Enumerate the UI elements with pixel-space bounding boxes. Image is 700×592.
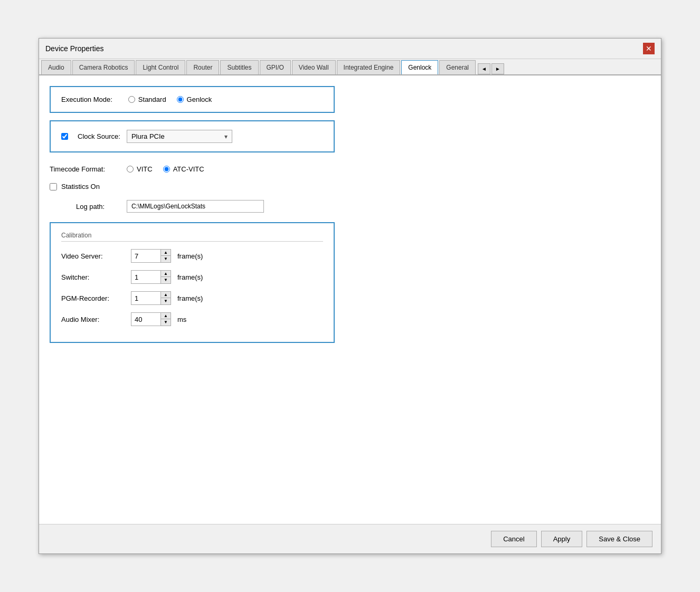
clock-source-value: Plura PCIe	[131, 132, 165, 140]
radio-atc-vitc-label: ATC-VITC	[173, 165, 204, 173]
video-server-spin-down[interactable]: ▼	[161, 256, 171, 262]
close-button[interactable]: ✕	[643, 43, 655, 54]
timecode-radio-group: VITC ATC-VITC	[127, 165, 204, 173]
device-properties-window: Device Properties ✕ Audio Camera Robotic…	[39, 38, 661, 554]
radio-vitc-label: VITC	[137, 165, 153, 173]
clock-source-checkbox[interactable]	[61, 133, 68, 140]
execution-mode-box: Execution Mode: Standard Genlock	[50, 86, 335, 113]
pgm-recorder-spin-buttons: ▲ ▼	[160, 292, 171, 304]
calibration-title: Calibration	[61, 232, 323, 242]
tab-general[interactable]: General	[439, 60, 476, 74]
switcher-spin-down[interactable]: ▼	[161, 277, 171, 283]
statistics-label: Statistics On	[61, 183, 100, 190]
log-path-label: Log path:	[76, 203, 118, 211]
pgm-recorder-label: PGM-Recorder:	[61, 294, 125, 302]
radio-standard[interactable]: Standard	[128, 96, 166, 103]
tab-genlock[interactable]: Genlock	[401, 60, 438, 75]
window-title: Device Properties	[45, 44, 104, 53]
video-server-spin-buttons: ▲ ▼	[160, 250, 171, 262]
radio-atc-vitc[interactable]: ATC-VITC	[163, 165, 204, 173]
tab-integrated-engine[interactable]: Integrated Engine	[337, 60, 401, 74]
radio-vitc[interactable]: VITC	[127, 165, 153, 173]
switcher-label: Switcher:	[61, 273, 125, 281]
log-path-row: Log path:	[76, 200, 650, 213]
calibration-audio-mixer-row: Audio Mixer: ▲ ▼ ms	[61, 312, 323, 326]
radio-standard-input[interactable]	[128, 96, 135, 103]
dropdown-arrow-icon: ▾	[224, 133, 228, 140]
audio-mixer-input[interactable]	[131, 314, 160, 325]
video-server-label: Video Server:	[61, 252, 125, 260]
switcher-input[interactable]	[131, 272, 160, 283]
timecode-format-row: Timecode Format: VITC ATC-VITC	[50, 165, 650, 173]
calibration-pgm-recorder-row: PGM-Recorder: ▲ ▼ frame(s)	[61, 291, 323, 305]
switcher-unit: frame(s)	[177, 273, 203, 281]
clock-source-dropdown[interactable]: Plura PCIe ▾	[127, 130, 232, 143]
tab-gpio[interactable]: GPI/O	[260, 60, 291, 74]
execution-mode-row: Execution Mode: Standard Genlock	[61, 96, 323, 103]
footer: Cancel Apply Save & Close	[39, 524, 661, 553]
apply-button[interactable]: Apply	[541, 531, 583, 547]
cancel-button[interactable]: Cancel	[491, 531, 536, 547]
execution-mode-label: Execution Mode:	[61, 96, 112, 103]
tab-video-wall[interactable]: Video Wall	[292, 60, 336, 74]
audio-mixer-unit: ms	[177, 316, 186, 323]
clock-source-row: Clock Source: Plura PCIe ▾	[61, 130, 323, 143]
clock-source-checkbox-label[interactable]: Clock Source:	[61, 132, 120, 140]
tab-audio[interactable]: Audio	[41, 60, 71, 74]
tab-bar: Audio Camera Robotics Light Control Rout…	[39, 59, 661, 75]
switcher-spin-up[interactable]: ▲	[161, 271, 171, 277]
tab-nav-left[interactable]: ◄	[478, 63, 490, 74]
radio-genlock[interactable]: Genlock	[177, 96, 212, 103]
statistics-checkbox[interactable]	[50, 183, 57, 190]
tab-router[interactable]: Router	[186, 60, 219, 74]
statistics-checkbox-label[interactable]: Statistics On	[50, 183, 650, 190]
tab-nav-right[interactable]: ►	[491, 63, 504, 74]
switcher-spin-buttons: ▲ ▼	[160, 271, 171, 283]
video-server-spin-up[interactable]: ▲	[161, 250, 171, 256]
audio-mixer-spin-down[interactable]: ▼	[161, 319, 171, 326]
audio-mixer-spin-buttons: ▲ ▼	[160, 313, 171, 326]
pgm-recorder-input[interactable]	[131, 293, 160, 304]
radio-atc-vitc-input[interactable]	[163, 166, 170, 173]
radio-genlock-label: Genlock	[187, 96, 212, 103]
calibration-box: Calibration Video Server: ▲ ▼ frame(s) S…	[50, 222, 335, 343]
pgm-recorder-spinbox[interactable]: ▲ ▼	[131, 291, 171, 305]
log-path-input[interactable]	[127, 200, 264, 213]
execution-mode-radio-group: Standard Genlock	[128, 96, 212, 103]
timecode-format-label: Timecode Format:	[50, 165, 118, 173]
pgm-recorder-spin-up[interactable]: ▲	[161, 292, 171, 298]
pgm-recorder-unit: frame(s)	[177, 294, 203, 302]
save-close-button[interactable]: Save & Close	[587, 531, 652, 547]
video-server-spinbox[interactable]: ▲ ▼	[131, 249, 171, 263]
radio-standard-label: Standard	[138, 96, 166, 103]
pgm-recorder-spin-down[interactable]: ▼	[161, 298, 171, 304]
tab-light-control[interactable]: Light Control	[136, 60, 185, 74]
tab-subtitles[interactable]: Subtitles	[220, 60, 258, 74]
switcher-spinbox[interactable]: ▲ ▼	[131, 270, 171, 284]
video-server-unit: frame(s)	[177, 252, 203, 260]
audio-mixer-spinbox[interactable]: ▲ ▼	[131, 312, 171, 326]
clock-source-label: Clock Source:	[78, 132, 120, 140]
audio-mixer-label: Audio Mixer:	[61, 316, 125, 323]
calibration-switcher-row: Switcher: ▲ ▼ frame(s)	[61, 270, 323, 284]
radio-genlock-input[interactable]	[177, 96, 184, 103]
tab-camera-robotics[interactable]: Camera Robotics	[72, 60, 135, 74]
radio-vitc-input[interactable]	[127, 166, 134, 173]
video-server-input[interactable]	[131, 251, 160, 262]
content-area: Execution Mode: Standard Genlock	[39, 75, 661, 524]
title-bar: Device Properties ✕	[39, 39, 661, 59]
clock-source-box: Clock Source: Plura PCIe ▾	[50, 120, 335, 152]
calibration-video-server-row: Video Server: ▲ ▼ frame(s)	[61, 249, 323, 263]
audio-mixer-spin-up[interactable]: ▲	[161, 313, 171, 319]
